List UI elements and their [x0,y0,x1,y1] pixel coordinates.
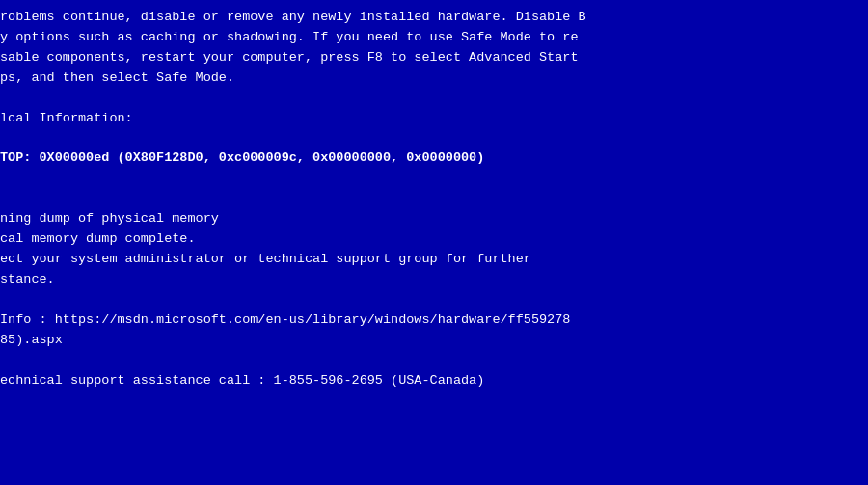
bsod-line: roblems continue, disable or remove any … [0,8,868,28]
bsod-line: sable components, restart your computer,… [0,48,868,68]
bsod-line: ning dump of physical memory [0,209,868,229]
bsod-line: ps, and then select Safe Mode. [0,68,868,89]
bsod-screen: roblems continue, disable or remove any … [0,0,868,485]
bsod-line [0,290,868,310]
bsod-content: roblems continue, disable or remove any … [0,0,868,485]
bsod-line [0,351,868,371]
bsod-line [0,189,868,209]
bsod-line: 85).aspx [0,331,868,351]
bsod-line: echnical support assistance call : 1-855… [0,371,868,391]
bsod-line: cal memory dump complete. [0,229,868,250]
bsod-line: TOP: 0X00000ed (0X80F128D0, 0xc000009c, … [0,148,868,169]
bsod-line: Info : https://msdn.microsoft.com/en-us/… [0,310,868,331]
bsod-line: ect your system administrator or technic… [0,250,868,270]
bsod-line: lcal Information: [0,109,868,129]
bsod-line [0,89,868,109]
bsod-line: y options such as caching or shadowing. … [0,28,868,48]
bsod-line: stance. [0,270,868,290]
bsod-line [0,169,868,189]
bsod-line [0,129,868,149]
